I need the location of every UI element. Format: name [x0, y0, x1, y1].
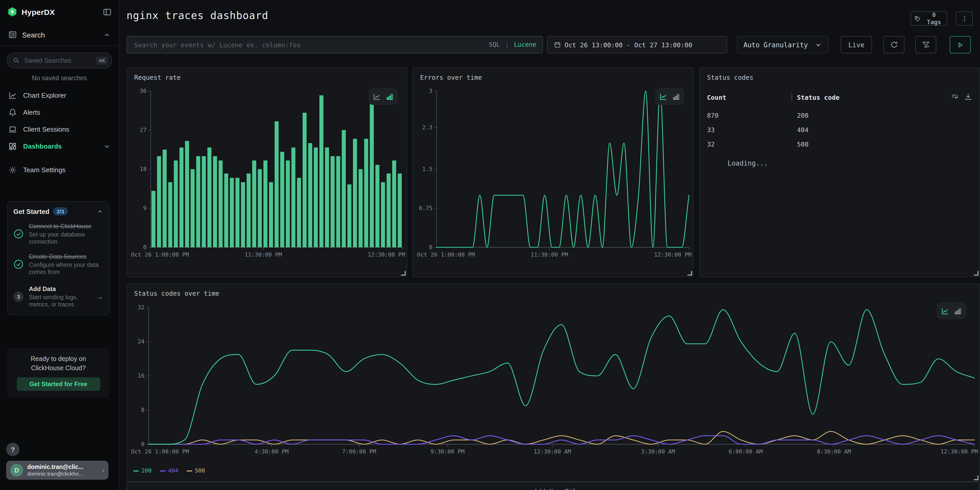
svg-text:2.3: 2.3 [422, 124, 433, 130]
user-name: dominic.tran@clic... [27, 464, 98, 471]
svg-text:Oct 26 1:00:00 PM: Oct 26 1:00:00 PM [131, 251, 189, 258]
svg-text:0: 0 [143, 244, 146, 250]
tags-button[interactable]: 0 Tags [911, 11, 947, 26]
run-query-button[interactable] [950, 36, 971, 54]
errors-over-time-chart[interactable]: 00.751.52.33Oct 26 1:00:00 PM11:30:00 PM… [413, 68, 694, 278]
status-codes-over-time-chart[interactable]: 08162432Oct 26 1:00:00 PM4:30:00 PM7:00:… [127, 284, 980, 482]
sidebar-item-alerts[interactable]: Alerts [0, 104, 119, 121]
search-icon [13, 57, 19, 64]
collapse-sidebar-icon[interactable] [103, 8, 111, 16]
event-search-bar[interactable]: SQL | Lucene [126, 36, 543, 54]
column-header-status-code[interactable]: Status code [797, 94, 840, 101]
play-icon [956, 41, 964, 49]
user-menu[interactable]: D dominic.tran@clic... dominic.tran@clic… [6, 461, 108, 480]
table-cell[interactable]: 500 [797, 140, 808, 148]
legend-item-404[interactable]: 404 [160, 468, 178, 474]
get-started-free-button[interactable]: Get Started for Free [17, 378, 100, 391]
line-chart-icon[interactable] [941, 307, 949, 315]
chart-type-toggle[interactable] [655, 88, 684, 105]
panel-resize-handle[interactable] [687, 271, 692, 275]
gear-icon [8, 165, 17, 174]
chart-type-toggle[interactable] [937, 302, 966, 319]
line-chart-icon[interactable] [373, 92, 381, 100]
sidebar-item-dashboards[interactable]: Dashboards [0, 138, 119, 155]
table-cell[interactable]: 33 [707, 126, 715, 134]
loading-text: Loading... [727, 159, 768, 167]
svg-text:1.5: 1.5 [422, 166, 433, 172]
sidebar-item-chart-explorer[interactable]: Chart Explorer [0, 87, 119, 104]
get-started-step-connect[interactable]: Connect to ClickHouse Set up your databa… [13, 223, 103, 246]
lucene-mode-toggle[interactable]: Lucene [514, 41, 536, 48]
get-started-progress-badge: 2/3 [53, 207, 68, 215]
legend-dash [187, 470, 192, 471]
table-cell[interactable]: 870 [707, 111, 719, 119]
panel-resize-handle[interactable] [974, 476, 978, 480]
table-cell[interactable]: 32 [707, 140, 715, 148]
no-saved-searches-text: No saved searches [0, 75, 119, 82]
granularity-select[interactable]: Auto Granularity [737, 36, 828, 54]
sidebar-item-search[interactable]: Search [0, 22, 119, 46]
legend-item-200[interactable]: 200 [133, 468, 152, 474]
date-range-value: Oct 26 13:00:00 - Oct 27 13:00:00 [565, 41, 692, 49]
app-title: HyperDX [22, 8, 99, 16]
svg-text:Oct 26 1:00:00 PM: Oct 26 1:00:00 PM [417, 251, 475, 258]
help-button[interactable]: ? [6, 443, 19, 456]
svg-text:12:30:00 PM: 12:30:00 PM [368, 251, 405, 258]
kebab-menu-button[interactable] [956, 11, 973, 26]
sidebar-item-label: Client Sessions [23, 126, 111, 133]
step-title: Connect to ClickHouse [29, 223, 103, 230]
add-new-tile-button[interactable]: + Add New Tile [126, 482, 980, 490]
sidebar-item-client-sessions[interactable]: Client Sessions [0, 121, 119, 138]
download-csv-icon[interactable] [964, 92, 972, 101]
saved-searches-input[interactable] [23, 56, 93, 65]
svg-text:27: 27 [140, 127, 147, 133]
panel-resize-handle[interactable] [974, 271, 978, 275]
live-button[interactable]: Live [841, 36, 872, 54]
step-desc: Configure where your data comes from [29, 261, 103, 276]
sidebar: HyperDX Search ⌘K No saved searches [0, 0, 119, 490]
bar-chart-icon[interactable] [672, 92, 680, 100]
get-started-step-add-data[interactable]: 3 Add Data Start sending logs, metrics, … [13, 285, 103, 308]
kebab-dots-icon [961, 15, 968, 22]
legend-label: 200 [142, 468, 152, 474]
table-cell[interactable]: 404 [797, 126, 808, 134]
get-started-card: Get Started 2/3 Connect to ClickHouse Se… [7, 201, 110, 315]
chevron-down-icon [815, 41, 822, 48]
svg-text:0.75: 0.75 [419, 205, 433, 211]
svg-text:32: 32 [138, 304, 145, 310]
get-started-step-sources[interactable]: Create Data Sources Configure where your… [13, 253, 103, 276]
panel-resize-handle[interactable] [401, 271, 406, 275]
svg-text:12:30:00 PM: 12:30:00 PM [940, 449, 978, 455]
date-range-picker[interactable]: Oct 26 13:00:00 - Oct 27 13:00:00 [547, 36, 727, 54]
tags-label: 0 Tags [924, 11, 943, 26]
chevron-up-icon[interactable] [97, 208, 103, 215]
panel-request-rate: Request rate 09182736Oct 26 1:00:00 PM11… [126, 67, 407, 277]
filter-button[interactable] [915, 36, 936, 54]
panel-title: Status codes [707, 73, 754, 81]
request-rate-chart[interactable]: 09182736Oct 26 1:00:00 PM11:30:00 PM12:3… [127, 68, 408, 278]
search-section-icon [8, 30, 17, 39]
sidebar-search-label: Search [22, 30, 98, 39]
svg-text:8: 8 [141, 407, 145, 413]
bar-chart-icon[interactable] [954, 307, 962, 315]
sort-rows-icon[interactable] [951, 92, 959, 101]
chevron-up-icon[interactable] [103, 31, 111, 38]
svg-text:6:00:00 AM: 6:00:00 AM [729, 449, 762, 455]
svg-text:3:30:00 AM: 3:30:00 AM [641, 449, 675, 455]
refresh-button[interactable] [883, 36, 904, 54]
chart-explorer-icon [8, 91, 17, 100]
saved-searches-input-wrap[interactable]: ⌘K [7, 52, 112, 68]
legend-dash [160, 470, 165, 471]
legend-item-500[interactable]: 500 [187, 468, 205, 474]
column-header-count[interactable]: Count [707, 94, 726, 101]
sidebar-item-team-settings[interactable]: Team Settings [0, 161, 119, 178]
bar-chart-icon[interactable] [386, 92, 394, 100]
event-search-input[interactable] [133, 40, 484, 49]
column-drag-handle-icon[interactable] [790, 93, 793, 102]
chevron-down-icon[interactable] [103, 143, 111, 150]
filter-funnel-icon [922, 41, 930, 49]
table-cell[interactable]: 200 [797, 111, 808, 119]
line-chart-icon[interactable] [659, 92, 667, 100]
chart-type-toggle[interactable] [369, 88, 398, 105]
sql-mode-toggle[interactable]: SQL [489, 41, 500, 48]
